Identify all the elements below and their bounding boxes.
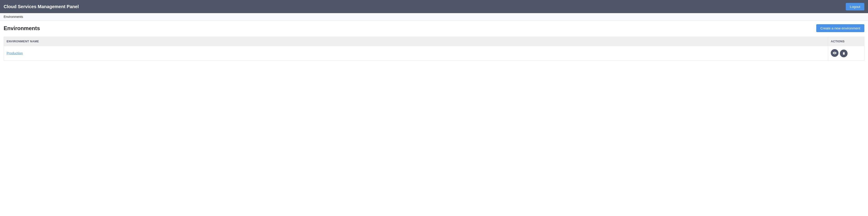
environment-name-cell: Production [4, 46, 828, 61]
breadcrumb-current: Environments [4, 15, 23, 19]
table-row: Production [4, 46, 864, 61]
environment-link[interactable]: Production [7, 51, 23, 55]
breadcrumb: Environments [0, 13, 868, 21]
app-title: Cloud Services Management Panel [4, 4, 79, 9]
trash-icon [842, 51, 845, 55]
actions-cell [828, 46, 864, 61]
column-header-name: Environment Name [4, 37, 828, 46]
delete-environment-button[interactable] [840, 49, 847, 57]
page-title: Environments [4, 25, 40, 32]
eye-icon [833, 51, 837, 55]
app-header: Cloud Services Management Panel Logout [0, 0, 868, 13]
environments-table: Environment Name Actions Production [4, 37, 864, 61]
column-header-actions: Actions [828, 37, 864, 46]
create-environment-button[interactable]: Create a new environment [816, 24, 864, 32]
page-header: Environments Create a new environment [4, 24, 864, 32]
view-environment-button[interactable] [831, 49, 838, 57]
logout-button[interactable]: Logout [846, 3, 864, 10]
main-content: Environments Create a new environment En… [0, 21, 868, 64]
